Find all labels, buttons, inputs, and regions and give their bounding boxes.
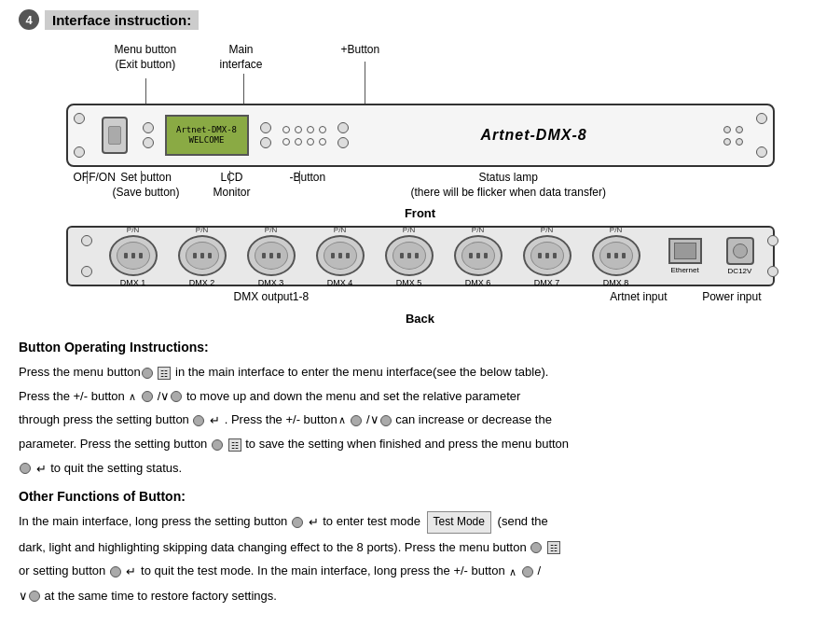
btn-dot-2[interactable] xyxy=(295,126,302,133)
other-para-1: In the main interface, long press the se… xyxy=(19,511,821,534)
other-functions-heading: Other Functions of Button: xyxy=(19,486,821,508)
back-screw-tr xyxy=(767,235,778,246)
back-screw-bl xyxy=(81,266,92,277)
dmx5-icon xyxy=(385,235,434,276)
btn-dot-7[interactable] xyxy=(307,138,314,146)
btn-dot-3[interactable] xyxy=(307,126,314,133)
dmx-port-4: P/N DMX 4 xyxy=(307,226,374,287)
pin1 xyxy=(331,253,335,258)
circle-icon-8 xyxy=(20,463,31,474)
dmx3-label: DMX 3 xyxy=(258,278,284,287)
dmx3-inner xyxy=(255,242,288,270)
status-lamp-1 xyxy=(723,126,731,133)
dmx8-top-label: P/N xyxy=(610,226,622,234)
section-heading: 4 Interface instruction: xyxy=(19,9,821,30)
btn-dot-8[interactable] xyxy=(319,138,326,146)
btn-dot-1[interactable] xyxy=(282,126,290,133)
circle-icon-12 xyxy=(522,566,533,577)
label-plus-button: +Button xyxy=(341,43,380,56)
dmx4-label: DMX 4 xyxy=(327,278,353,287)
pin1 xyxy=(469,253,473,258)
dmx8-icon xyxy=(592,235,640,276)
btn-para-5: ↵ to quit the setting status. xyxy=(19,458,821,479)
circle-icon-2 xyxy=(142,391,153,402)
front-outer: Menu button (Exit button) Main interface… xyxy=(38,43,803,222)
label-artnet-input: Artnet input xyxy=(610,290,667,303)
dmx-port-7: P/N DMX 7 xyxy=(514,226,581,287)
pin3 xyxy=(346,253,350,258)
pin2 xyxy=(338,253,342,258)
back-label: Back xyxy=(66,312,775,326)
dmx8-inner xyxy=(599,242,633,270)
dmx6-label: DMX 6 xyxy=(465,278,491,287)
label-lcd-monitor: LCD Monitor xyxy=(213,171,251,200)
dmx5-top-label: P/N xyxy=(403,226,415,234)
menu-icon-1: ☷ xyxy=(158,367,171,380)
btn-dot-4[interactable] xyxy=(319,126,326,133)
dmx-port-2: P/N DMX 2 xyxy=(169,226,236,287)
return-icon-4: ↵ xyxy=(126,562,136,581)
back-right-screws xyxy=(764,228,782,285)
return-icon-2: ↵ xyxy=(36,459,47,479)
back-screw-tl xyxy=(81,235,92,246)
dmx-port-8: P/N DMX 8 xyxy=(583,226,650,287)
dc-label: DC12V xyxy=(728,267,752,275)
indicator-dots-2 xyxy=(260,122,271,148)
btn-dot-6[interactable] xyxy=(295,138,302,146)
power-button[interactable] xyxy=(102,117,128,154)
pin3 xyxy=(139,253,143,258)
panel-left-screws xyxy=(68,105,90,165)
circle-icon-13 xyxy=(29,591,40,602)
status-lamps xyxy=(723,126,743,146)
dmx7-top-label: P/N xyxy=(541,226,553,234)
label-power-input: Power input xyxy=(702,290,761,303)
other-para-3: or setting button ↵ to quit the test mod… xyxy=(19,561,821,581)
pin1 xyxy=(124,253,128,258)
label-offon: OFF/ON xyxy=(74,171,116,184)
dmx3-pins xyxy=(262,253,281,258)
section-title: Interface instruction: xyxy=(45,10,199,30)
text-section: Button Operating Instructions: Press the… xyxy=(19,337,821,605)
pin3 xyxy=(208,253,212,258)
pin3 xyxy=(622,253,626,258)
label-menu-button: Menu button (Exit button) xyxy=(115,43,177,72)
dmx2-icon xyxy=(178,235,227,276)
front-panel: Artnet-DMX-8 WELCOME xyxy=(66,104,775,167)
dmx2-label: DMX 2 xyxy=(189,278,215,287)
screw-br xyxy=(756,146,767,158)
arrow-up-3: ∧ xyxy=(509,563,516,580)
pin2 xyxy=(200,253,204,258)
pin2 xyxy=(614,253,618,258)
dmx6-inner xyxy=(461,242,495,270)
circle-icon-6 xyxy=(380,415,392,426)
dmx1-top-label: P/N xyxy=(127,226,139,234)
screw-tl xyxy=(74,113,85,124)
other-para-2: dark, light and highlighting skipping da… xyxy=(19,537,821,557)
circle-icon-11 xyxy=(110,566,121,577)
dmx3-icon xyxy=(247,235,296,276)
other-para-4: ∨ at the same time to restore factory se… xyxy=(19,586,821,605)
ethernet-label: Ethernet xyxy=(670,266,698,274)
button-instructions-heading: Button Operating Instructions: xyxy=(19,337,821,358)
menu-icon-3: ☷ xyxy=(547,541,560,554)
pin3 xyxy=(553,253,557,258)
dmx1-icon xyxy=(109,235,158,276)
dot5 xyxy=(337,122,349,133)
dmx5-label: DMX 5 xyxy=(396,278,422,287)
return-icon-3: ↵ xyxy=(309,512,319,532)
section-number: 4 xyxy=(19,9,39,30)
status-lamp-2 xyxy=(736,126,743,133)
circle-icon-3 xyxy=(171,391,182,402)
circle-icon-4 xyxy=(193,415,204,426)
dmx-ports-container: P/N DMX 1 P/N xyxy=(100,226,650,287)
circle-icon-5 xyxy=(351,415,362,426)
pin2 xyxy=(269,253,273,258)
dmx2-inner xyxy=(186,242,219,270)
status-lamp-3 xyxy=(723,138,731,146)
btn-dot-5[interactable] xyxy=(282,138,290,146)
dmx1-pins xyxy=(124,253,143,258)
dmx8-label: DMX 8 xyxy=(603,278,629,287)
dmx2-pins xyxy=(193,253,212,258)
screw-tr xyxy=(756,113,767,124)
arrow-up-2: ∧ xyxy=(338,411,346,428)
